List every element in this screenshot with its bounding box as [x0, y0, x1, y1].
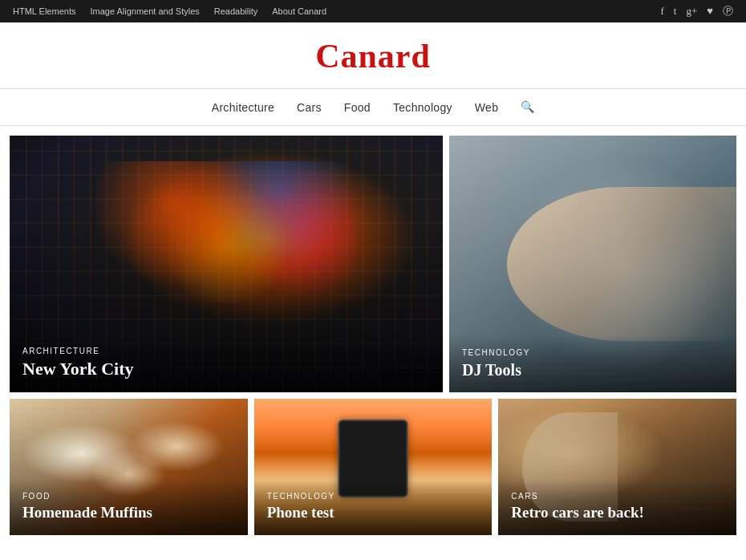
- article-grid: ARCHITECTURE New York City TECHNOLOGY DJ…: [0, 126, 746, 535]
- bottom-row: FOOD Homemade Muffins TECHNOLOGY Phone t…: [10, 399, 736, 535]
- site-title[interactable]: Canard: [0, 37, 746, 75]
- twitter-icon[interactable]: t: [674, 5, 677, 18]
- feature-title: New York City: [22, 359, 430, 379]
- bottom-card-1[interactable]: TECHNOLOGY Phone test: [254, 399, 493, 535]
- phone-category: TECHNOLOGY: [267, 492, 480, 501]
- feature-card[interactable]: ARCHITECTURE New York City: [10, 136, 443, 392]
- feature-overlay: ARCHITECTURE New York City: [10, 334, 443, 392]
- facebook-icon[interactable]: f: [660, 5, 663, 18]
- phone-title: Phone test: [267, 504, 480, 522]
- muffins-title: Homemade Muffins: [22, 504, 235, 522]
- nav-cars[interactable]: Cars: [297, 101, 322, 114]
- right-top-title: DJ Tools: [462, 360, 724, 379]
- nav-html-elements[interactable]: HTML Elements: [13, 6, 75, 16]
- bottom-card-2[interactable]: CARS Retro cars are back!: [498, 399, 736, 535]
- nav-architecture[interactable]: Architecture: [212, 101, 274, 114]
- googleplus-icon[interactable]: g+: [686, 5, 697, 18]
- nav-readability[interactable]: Readability: [214, 6, 257, 16]
- muffins-category: FOOD: [22, 492, 235, 501]
- top-bar-nav: HTML Elements Image Alignment and Styles…: [13, 6, 326, 16]
- nav-food[interactable]: Food: [344, 101, 371, 114]
- nav-about[interactable]: About Canard: [272, 6, 326, 16]
- site-header: Canard: [0, 22, 746, 89]
- social-icons: f t g+ ♥ Ⓟ: [660, 4, 733, 18]
- main-nav: Architecture Cars Food Technology Web 🔍: [0, 89, 746, 126]
- phone-overlay: TECHNOLOGY Phone test: [254, 479, 493, 535]
- nav-web[interactable]: Web: [475, 101, 498, 114]
- top-bar: HTML Elements Image Alignment and Styles…: [0, 0, 746, 22]
- nav-technology[interactable]: Technology: [393, 101, 452, 114]
- search-icon[interactable]: 🔍: [521, 100, 534, 114]
- muffins-overlay: FOOD Homemade Muffins: [10, 479, 248, 535]
- instagram-icon[interactable]: ♥: [707, 5, 713, 18]
- bottom-card-0[interactable]: FOOD Homemade Muffins: [10, 399, 248, 535]
- right-top-category: TECHNOLOGY: [462, 348, 724, 357]
- retrocars-overlay: CARS Retro cars are back!: [498, 479, 736, 535]
- pinterest-icon[interactable]: Ⓟ: [723, 4, 733, 18]
- right-top-card[interactable]: TECHNOLOGY DJ Tools: [449, 136, 736, 392]
- right-top-overlay: TECHNOLOGY DJ Tools: [449, 335, 736, 392]
- feature-category: ARCHITECTURE: [22, 347, 430, 355]
- nav-image-alignment[interactable]: Image Alignment and Styles: [90, 6, 199, 16]
- retrocars-title: Retro cars are back!: [511, 504, 724, 522]
- retrocars-category: CARS: [511, 492, 724, 501]
